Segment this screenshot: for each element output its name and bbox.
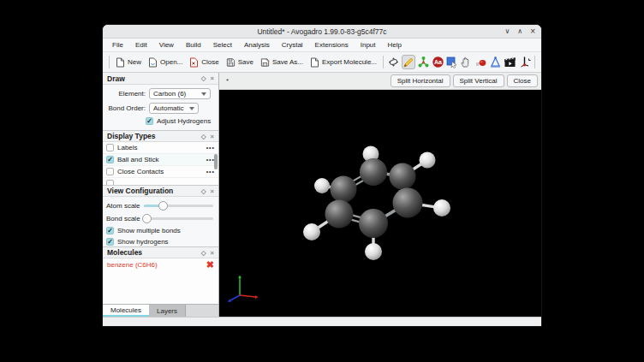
display-type-row-close-contacts[interactable]: Close Contacts ••• bbox=[103, 166, 218, 178]
menu-crystal[interactable]: Crystal bbox=[276, 39, 309, 50]
float-panel-icon[interactable]: ◇ bbox=[201, 133, 206, 140]
toolbar-separator bbox=[383, 56, 384, 68]
atom-hydrogen[interactable] bbox=[314, 178, 330, 193]
tab-molecules[interactable]: Molecules bbox=[103, 305, 149, 317]
delete-molecule-icon[interactable]: ✖ bbox=[206, 261, 214, 269]
new-document-icon bbox=[116, 57, 125, 68]
clipped-row-checkbox[interactable] bbox=[106, 180, 114, 185]
menu-file[interactable]: File bbox=[106, 39, 129, 50]
show-hydrogens-checkbox[interactable]: ✓ bbox=[106, 238, 114, 246]
desktop: { "window": { "title": "Untitled* - Avog… bbox=[0, 0, 644, 362]
save-button[interactable]: Save bbox=[223, 56, 257, 69]
molecules-list-empty bbox=[103, 271, 218, 304]
label-icon: Aa bbox=[432, 56, 444, 68]
atom-hydrogen[interactable] bbox=[433, 199, 450, 217]
molecule-list-item[interactable]: benzene (C6H6) ✖ bbox=[103, 258, 218, 271]
bond-scale-slider[interactable] bbox=[144, 214, 215, 223]
atom-hydrogen[interactable] bbox=[420, 152, 436, 169]
float-panel-icon[interactable]: ◇ bbox=[201, 74, 206, 82]
draw-tool-button[interactable] bbox=[402, 55, 415, 69]
menu-edit[interactable]: Edit bbox=[129, 39, 153, 50]
close-contacts-checkbox[interactable] bbox=[106, 168, 114, 175]
atom-hydrogen[interactable] bbox=[303, 223, 320, 240]
crystal-axes-icon bbox=[518, 56, 531, 68]
label-tool-button[interactable]: Aa bbox=[432, 55, 444, 69]
atom-carbon[interactable] bbox=[325, 200, 354, 228]
split-vertical-button[interactable]: Split Vertical bbox=[453, 74, 504, 87]
atom-carbon[interactable] bbox=[360, 158, 387, 186]
display-type-row-clipped[interactable] bbox=[103, 178, 218, 185]
display-type-row-labels[interactable]: Labels ••• bbox=[103, 142, 218, 154]
gl-viewport[interactable] bbox=[219, 90, 541, 317]
view-tab-label: * bbox=[223, 77, 232, 85]
bond-order-label: Bond Order: bbox=[106, 104, 146, 112]
template-tool-button[interactable] bbox=[489, 55, 502, 69]
atom-carbon[interactable] bbox=[331, 176, 357, 203]
left-dock: Draw ◇ × Element: Carbon (6) Bond Order: bbox=[103, 73, 219, 317]
view-close-button[interactable]: Close bbox=[507, 74, 538, 87]
tab-layers[interactable]: Layers bbox=[149, 305, 186, 317]
chevron-down-icon bbox=[201, 92, 206, 96]
menu-extensions[interactable]: Extensions bbox=[309, 39, 355, 50]
slider-knob[interactable] bbox=[158, 201, 168, 211]
bond-order-combobox[interactable]: Automatic bbox=[149, 103, 199, 114]
close-panel-icon[interactable]: × bbox=[211, 74, 214, 82]
export-molecule-button[interactable]: Export Molecule... bbox=[307, 56, 380, 69]
show-multiple-bonds-checkbox[interactable]: ✓ bbox=[106, 227, 114, 234]
slider-knob[interactable] bbox=[142, 214, 152, 223]
manipulate-hand-icon bbox=[460, 56, 473, 68]
status-bar bbox=[103, 317, 541, 326]
atom-carbon[interactable] bbox=[390, 163, 416, 190]
select-tool-button[interactable] bbox=[446, 55, 458, 69]
close-button[interactable]: Close bbox=[186, 56, 222, 69]
atom-carbon[interactable] bbox=[359, 209, 388, 238]
close-panel-icon[interactable]: × bbox=[211, 133, 214, 140]
axis-y-arrow-head bbox=[238, 276, 242, 279]
close-icon[interactable]: × bbox=[530, 27, 535, 36]
display-types-scrollbar[interactable] bbox=[214, 154, 218, 169]
adjust-hydrogens-checkbox[interactable]: ✓ bbox=[146, 117, 153, 125]
manipulate-tool-button[interactable] bbox=[460, 55, 473, 69]
view-pane: * Split Horizontal Split Vertical Close bbox=[219, 73, 541, 317]
minimize-icon[interactable]: ∨ bbox=[504, 28, 510, 35]
animation-tool-button[interactable] bbox=[504, 55, 516, 69]
view-config-panel: Atom scale Bond scale bbox=[103, 197, 218, 246]
atom-scale-slider[interactable] bbox=[144, 201, 215, 211]
display-types-panel-header: Display Types ◇ × bbox=[103, 130, 218, 142]
molecule-svg[interactable] bbox=[219, 90, 541, 317]
crystal-axes-tool-button[interactable] bbox=[518, 55, 531, 69]
open-document-icon bbox=[148, 57, 158, 68]
element-combobox[interactable]: Carbon (6) bbox=[149, 88, 211, 99]
draw-panel: Element: Carbon (6) Bond Order: Automati… bbox=[103, 85, 218, 130]
insert-fragment-tool-button[interactable] bbox=[417, 55, 430, 69]
new-button[interactable]: New bbox=[112, 56, 145, 69]
atom-hydrogen[interactable] bbox=[365, 243, 382, 260]
split-horizontal-button[interactable]: Split Horizontal bbox=[391, 74, 450, 87]
ball-and-stick-checkbox[interactable]: ✓ bbox=[106, 156, 114, 163]
menu-analysis[interactable]: Analysis bbox=[238, 39, 276, 50]
maximize-icon[interactable]: ∧ bbox=[517, 28, 522, 35]
atom-carbon[interactable] bbox=[393, 188, 423, 218]
title-bar[interactable]: Untitled* - Avogadro 1.99.0-83-g5c4f77c … bbox=[103, 25, 541, 39]
save-as-button[interactable]: Save As... bbox=[257, 56, 307, 69]
menu-build[interactable]: Build bbox=[180, 39, 207, 50]
close-panel-icon[interactable]: × bbox=[211, 249, 214, 257]
draw-panel-header: Draw ◇ × bbox=[103, 73, 218, 85]
main-area: Draw ◇ × Element: Carbon (6) Bond Order: bbox=[103, 73, 541, 317]
labels-checkbox[interactable] bbox=[106, 144, 114, 151]
float-panel-icon[interactable]: ◇ bbox=[201, 249, 206, 257]
draw-pencil-icon bbox=[402, 56, 414, 68]
menu-view[interactable]: View bbox=[153, 39, 180, 50]
menu-input[interactable]: Input bbox=[355, 39, 382, 50]
display-type-row-ball-and-stick[interactable]: ✓ Ball and Stick ••• bbox=[103, 154, 218, 166]
open-button[interactable]: Open... bbox=[145, 56, 186, 69]
measure-tool-button[interactable] bbox=[474, 55, 487, 69]
menu-help[interactable]: Help bbox=[382, 39, 408, 50]
bond-scale-label: Bond scale bbox=[106, 215, 140, 223]
navigate-tool-button[interactable] bbox=[387, 55, 400, 69]
menu-select[interactable]: Select bbox=[207, 39, 238, 50]
close-contacts-options-button[interactable]: ••• bbox=[206, 169, 215, 175]
close-panel-icon[interactable]: × bbox=[211, 187, 214, 195]
labels-options-button[interactable]: ••• bbox=[206, 145, 215, 151]
float-panel-icon[interactable]: ◇ bbox=[201, 187, 206, 195]
